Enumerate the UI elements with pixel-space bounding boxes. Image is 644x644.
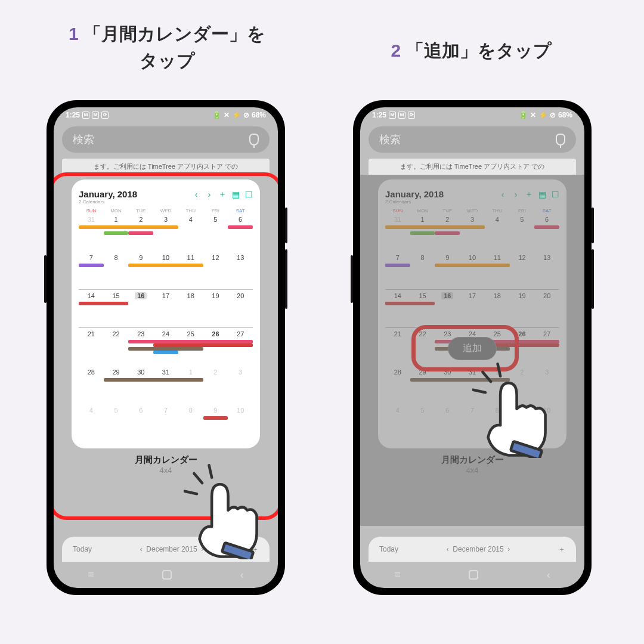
phone-right: 1:25MM⟳ 🔋✕⚡⊘68% 検索 ます。ご利用には TimeTree アプリ… — [353, 100, 592, 595]
svg-line-2 — [209, 465, 212, 478]
svg-line-3 — [184, 491, 197, 494]
columns-icon: ▤ — [231, 190, 240, 199]
tap-hand-icon — [184, 464, 267, 559]
add-button[interactable]: 追加 — [448, 337, 497, 360]
phone-left: 1:25MM⟳ 🔋✕⚡⊘68% 検索 ます。ご利用には TimeTree アプリ… — [47, 100, 285, 595]
mic-icon[interactable] — [249, 134, 259, 145]
search-placeholder: 検索 — [73, 132, 94, 147]
android-navbar[interactable]: ≡ ‹ — [54, 562, 278, 588]
mic-icon[interactable] — [556, 134, 565, 145]
status-bar: 1:25MM⟳ 🔋✕⚡⊘68% — [54, 107, 278, 123]
step1-caption: 1 「月間カレンダー」をタップ — [42, 20, 292, 74]
chevron-left-icon: ‹ — [192, 190, 200, 199]
svg-line-1 — [194, 473, 202, 483]
info-banner: ます。ご利用には TimeTree アプリ内ストア での — [62, 159, 270, 175]
widget-card[interactable]: January, 2018 2 Calendars ‹ › ＋ ▤ ☐ SUN … — [72, 179, 260, 448]
calendar-month: January, 2018 — [79, 189, 137, 199]
calendar-grid: 3112345678910111213141516171819202122232… — [79, 215, 253, 442]
bottom-widget-preview[interactable]: Today ‹ December 2015 › ＋ — [369, 537, 576, 562]
home-icon — [162, 570, 172, 580]
search-bar[interactable]: 検索 — [62, 126, 270, 153]
calendar-toolbar: ‹ › ＋ ▤ ☐ — [192, 189, 253, 200]
chevron-right-icon: › — [205, 190, 213, 199]
tap-hand-icon — [472, 363, 556, 458]
svg-line-5 — [482, 372, 491, 382]
plus-icon: ＋ — [218, 189, 227, 200]
calendar-icon: ☐ — [244, 190, 253, 199]
back-icon: ‹ — [240, 569, 244, 581]
recent-icon: ≡ — [88, 569, 94, 581]
weekday-header: SUN MON TUE WED THU FRI SAT — [79, 208, 253, 213]
svg-line-7 — [473, 390, 485, 393]
search-bar[interactable]: 検索 — [369, 126, 576, 153]
status-bar: 1:25MM⟳ 🔋✕⚡⊘68% — [360, 107, 584, 123]
svg-line-6 — [498, 364, 501, 376]
android-navbar[interactable]: ≡‹ — [360, 562, 584, 588]
step2-caption: 2 「追加」をタップ — [334, 37, 608, 64]
